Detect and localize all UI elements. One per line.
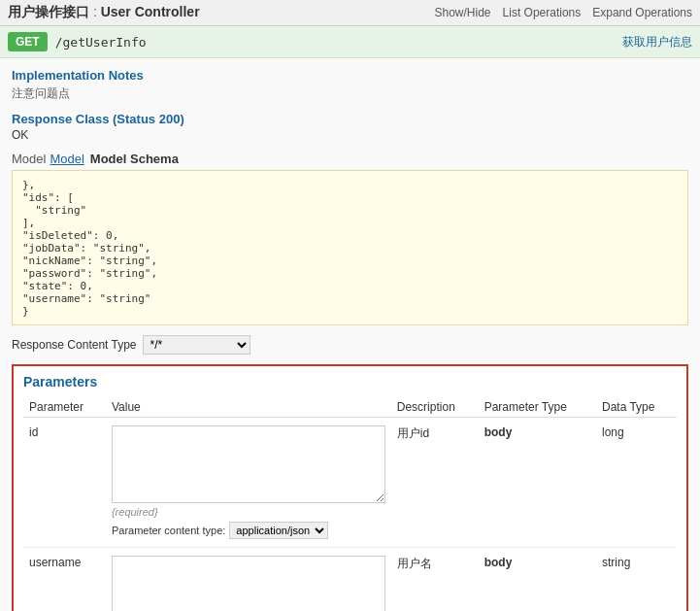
param-content-type-row: Parameter content type: application/json… <box>112 522 385 539</box>
get-info-link[interactable]: 获取用户信息 <box>622 34 692 51</box>
param-value-id: {required} Parameter content type: appli… <box>106 418 391 548</box>
param-name-username: username <box>23 548 106 612</box>
response-content-type-select[interactable]: */* application/json text/plain <box>143 335 250 355</box>
header-chinese-title: 用户操作接口 <box>8 4 89 19</box>
col-value: Value <box>106 397 391 418</box>
get-path: /getUserInfo <box>55 35 147 50</box>
tab-model[interactable]: Model <box>50 152 83 166</box>
param-value-username <box>106 548 391 612</box>
tab-model-schema[interactable]: Model Schema <box>90 152 179 166</box>
param-data-type-id: long <box>596 418 677 548</box>
table-row: id {required} Parameter content type: ap… <box>23 418 677 548</box>
header-bar: 用户操作接口 : User Controller Show/Hide List … <box>0 0 700 26</box>
param-desc-id: 用户id <box>391 418 479 548</box>
params-header-row: Parameter Value Description Parameter Ty… <box>23 397 677 418</box>
param-type-id: body <box>479 418 596 548</box>
header-english-title: User Controller <box>101 4 200 19</box>
implementation-notes-sub: 注意问题点 <box>12 85 688 102</box>
list-operations-link[interactable]: List Operations <box>503 6 582 19</box>
response-class-section: Response Class (Status 200) OK <box>12 112 688 142</box>
model-tabs-row: Model Model Model Schema <box>12 152 688 166</box>
table-row: username 用户名 body string <box>23 548 677 612</box>
parameters-title: Parameters <box>23 374 677 390</box>
content-type-label: Parameter content type: <box>112 525 225 536</box>
params-table-body: id {required} Parameter content type: ap… <box>23 418 677 612</box>
get-badge[interactable]: GET <box>8 32 48 51</box>
response-status-title: Response Class (Status 200) <box>12 112 688 126</box>
header-actions: Show/Hide List Operations Expand Operati… <box>435 6 692 19</box>
response-ok: OK <box>12 128 688 142</box>
col-description: Description <box>391 397 479 418</box>
param-data-type-username: string <box>596 548 677 612</box>
header-title: 用户操作接口 : User Controller <box>8 4 200 21</box>
param-name-id: id <box>23 418 106 548</box>
col-parameter-type: Parameter Type <box>479 397 596 418</box>
parameters-section: Parameters Parameter Value Description P… <box>12 364 688 611</box>
expand-operations-link[interactable]: Expand Operations <box>592 6 692 19</box>
param-textarea-id[interactable] <box>112 425 385 503</box>
param-desc-username: 用户名 <box>391 548 479 612</box>
get-bar: GET /getUserInfo 获取用户信息 <box>0 26 700 58</box>
implementation-notes-section: Implementation Notes 注意问题点 <box>12 68 688 102</box>
response-content-type-row: Response Content Type */* application/js… <box>12 335 688 355</box>
param-content-type-select[interactable]: application/json text/plain <box>229 522 328 539</box>
response-content-type-label: Response Content Type <box>12 338 137 352</box>
code-block: }, "ids": [ "string" ], "isDeleted": 0, … <box>12 170 688 325</box>
param-type-username: body <box>479 548 596 612</box>
model-label: Model <box>12 152 46 166</box>
show-hide-link[interactable]: Show/Hide <box>435 6 491 19</box>
parameters-table: Parameter Value Description Parameter Ty… <box>23 397 677 611</box>
col-parameter: Parameter <box>23 397 106 418</box>
header-separator: : <box>89 4 101 19</box>
code-content: }, "ids": [ "string" ], "isDeleted": 0, … <box>22 179 157 318</box>
col-data-type: Data Type <box>596 397 677 418</box>
params-table-head: Parameter Value Description Parameter Ty… <box>23 397 677 418</box>
param-textarea-username[interactable] <box>112 556 385 611</box>
content-area: Implementation Notes 注意问题点 Response Clas… <box>0 58 700 611</box>
implementation-notes-title: Implementation Notes <box>12 68 688 83</box>
